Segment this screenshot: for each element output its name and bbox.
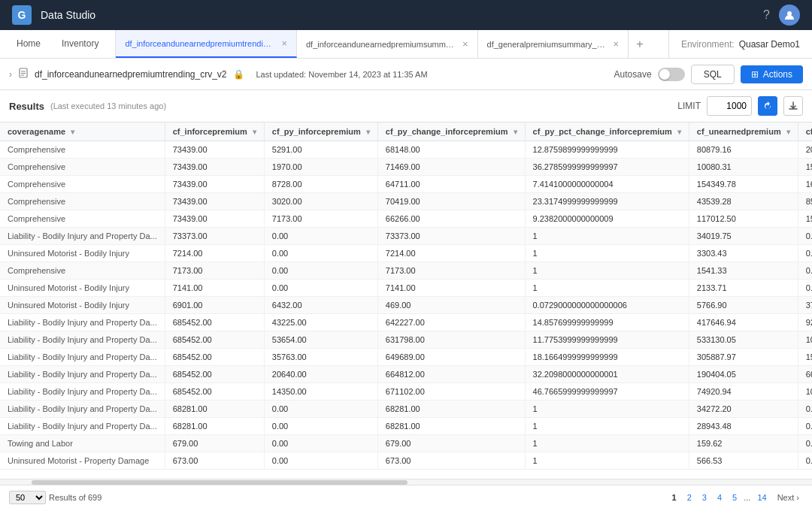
table-cell: 7173.00: [264, 210, 377, 228]
col-cf-py-pct-change-inforcepremium[interactable]: cf_py_pct_change_inforcepremium ▾: [525, 122, 689, 141]
avatar[interactable]: [779, 5, 800, 26]
table-cell: 73373.00: [165, 228, 264, 245]
table-body: Comprehensive73439.005291.0068148.0012.8…: [0, 141, 812, 470]
table-cell: 685452.00: [165, 366, 264, 383]
table-cell: Liability - Bodily Injury and Property D…: [0, 418, 165, 435]
table-cell: 14.857699999999999: [525, 314, 689, 331]
table-cell: 12.8759899999999999: [525, 141, 689, 159]
table-cell: 80879.16: [689, 141, 798, 159]
table-cell: 0.00: [798, 228, 812, 245]
table-row: Liability - Bodily Injury and Property D…: [0, 228, 812, 245]
table-cell: 5291.00: [264, 141, 377, 159]
refresh-button[interactable]: [758, 96, 777, 116]
table-cell: Towing and Labor: [0, 435, 165, 452]
lock-icon: 🔒: [233, 69, 244, 80]
nav-inventory[interactable]: Inventory: [51, 30, 109, 58]
col-cf-unearnedpremium[interactable]: cf_unearnedpremium ▾: [689, 122, 798, 141]
table-cell: Comprehensive: [0, 262, 165, 280]
autosave-toggle[interactable]: [658, 68, 685, 81]
col-cf-py-change-inforcepremium[interactable]: cf_py_change_inforcepremium ▾: [377, 122, 525, 141]
table-cell: 3303.43: [689, 245, 798, 262]
page-3[interactable]: 3: [698, 491, 710, 503]
tab-close-1[interactable]: ×: [461, 37, 470, 51]
page-size-select[interactable]: 50 100 200: [9, 491, 46, 504]
table-cell: 73373.00: [377, 228, 525, 245]
tab-close-2[interactable]: ×: [612, 37, 621, 51]
table-cell: 6901.00: [165, 297, 264, 314]
table-cell: 10080.31: [689, 159, 798, 176]
tab-1[interactable]: df_inforceandunearnedpremiumsummary_pa_c…: [297, 30, 478, 58]
table-cell: 64711.00: [377, 176, 525, 193]
nav-home[interactable]: Home: [6, 30, 51, 58]
table-cell: 9.2382000000000009: [525, 210, 689, 228]
table-cell: 7141.00: [165, 280, 264, 297]
table-cell: Uninsured Motorist - Bodily Injury: [0, 280, 165, 297]
tabs-container: df_inforceandunearnedpremiumtrending_crv…: [116, 30, 668, 58]
table-cell: Liability - Bodily Injury and Property D…: [0, 401, 165, 418]
table-row: Towing and Labor679.000.00679.001159.620…: [0, 435, 812, 452]
table-row: Uninsured Motorist - Property Damage673.…: [0, 452, 812, 470]
tab-2[interactable]: df_generalpremiumsummary_pa_crv_v2 ×: [478, 30, 629, 58]
table-row: Comprehensive73439.001970.0071469.0036.2…: [0, 159, 812, 176]
page-1[interactable]: 1: [668, 491, 680, 503]
page-ellipsis: ...: [744, 493, 750, 502]
table-header-row: coveragename ▾ cf_inforcepremium ▾ cf_py…: [0, 122, 812, 141]
limit-input[interactable]: [707, 96, 752, 116]
actions-button[interactable]: ⊞ Actions: [741, 65, 803, 83]
add-tab-button[interactable]: +: [629, 30, 650, 58]
table-cell: 28943.48: [689, 418, 798, 435]
sql-button[interactable]: SQL: [691, 65, 735, 84]
col-cf-py-unearnedpremium[interactable]: cf_py_unearnedpremium ▾: [798, 122, 812, 141]
table-row: Liability - Bodily Injury and Property D…: [0, 331, 812, 349]
table-cell: 117012.50: [689, 210, 798, 228]
table-cell: Comprehensive: [0, 176, 165, 193]
table-cell: 20640.00: [264, 366, 377, 383]
limit-label: LIMIT: [677, 101, 701, 111]
table-row: Comprehensive73439.005291.0068148.0012.8…: [0, 141, 812, 159]
expand-icon[interactable]: ›: [9, 69, 12, 80]
table-cell: 15214.22: [798, 349, 812, 366]
table-cell: 0.00: [798, 280, 812, 297]
table-cell: 685452.00: [165, 331, 264, 349]
table-cell: 1549.68: [798, 159, 812, 176]
table-cell: 679.00: [165, 435, 264, 452]
table-row: Liability - Bodily Injury and Property D…: [0, 366, 812, 383]
app-logo: G: [12, 5, 32, 25]
table-cell: Comprehensive: [0, 159, 165, 176]
next-page-button[interactable]: Next ›: [774, 491, 803, 503]
nav-items: Home Inventory: [0, 30, 116, 58]
table-cell: 685452.00: [165, 349, 264, 366]
tab-0[interactable]: df_inforceandunearnedpremiumtrending_crv…: [116, 30, 297, 58]
page-2[interactable]: 2: [683, 491, 695, 503]
table-cell: 1: [525, 245, 689, 262]
table-cell: 664812.00: [377, 366, 525, 383]
tab-close-0[interactable]: ×: [280, 36, 289, 50]
help-icon[interactable]: ?: [763, 8, 770, 22]
download-button[interactable]: [783, 96, 803, 116]
table-row: Comprehensive73439.003020.0070419.0023.3…: [0, 193, 812, 210]
table-cell: 0.00: [264, 245, 377, 262]
table-cell: 1: [525, 418, 689, 435]
table-cell: Comprehensive: [0, 141, 165, 159]
table-cell: Liability - Bodily Injury and Property D…: [0, 366, 165, 383]
table-wrapper[interactable]: coveragename ▾ cf_inforcepremium ▾ cf_py…: [0, 122, 812, 479]
page-4[interactable]: 4: [714, 491, 726, 503]
table-cell: 7.4141000000000004: [525, 176, 689, 193]
page-14[interactable]: 14: [753, 491, 770, 503]
table-cell: 1612.55: [798, 176, 812, 193]
horizontal-scrollbar[interactable]: [32, 480, 408, 485]
col-coveragename[interactable]: coveragename ▾: [0, 122, 165, 141]
table-cell: Uninsured Motorist - Property Damage: [0, 452, 165, 470]
page-5[interactable]: 5: [729, 491, 741, 503]
table-cell: 9256.27: [798, 314, 812, 331]
table-cell: 0.0729000000000000006: [525, 297, 689, 314]
horizontal-scrollbar-area[interactable]: [0, 479, 812, 485]
last-updated: Last updated: November 14, 2023 at 11:35…: [256, 70, 428, 79]
col-cf-py-inforcepremium[interactable]: cf_py_inforcepremium ▾: [264, 122, 377, 141]
table-cell: 7141.00: [377, 280, 525, 297]
col-cf-inforcepremium[interactable]: cf_inforcepremium ▾: [165, 122, 264, 141]
table-cell: 1541.33: [798, 210, 812, 228]
table-cell: 6670.12: [798, 366, 812, 383]
table-cell: 68281.00: [165, 418, 264, 435]
footer-results: Results of 699: [49, 493, 102, 502]
